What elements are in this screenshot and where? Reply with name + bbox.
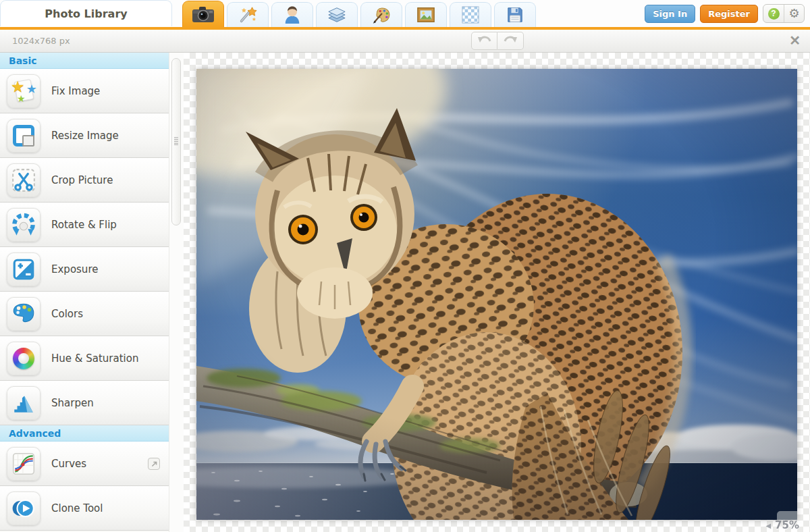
floppy-disk-icon — [506, 6, 524, 24]
redo-icon — [503, 34, 518, 47]
owl-photo-graphic — [196, 69, 797, 520]
undo-redo-group — [471, 32, 524, 50]
photo-editor-app: Photo Library Sign In Register ? ⚙ 1024x… — [0, 0, 810, 532]
camera-icon — [192, 5, 215, 23]
question-icon: ? — [768, 8, 780, 20]
scrollbar-thumb[interactable] — [171, 58, 181, 225]
external-link-badge-icon — [148, 458, 160, 470]
fix-image-icon: ★★★ — [7, 74, 40, 108]
undo-button[interactable] — [471, 32, 497, 50]
canvas-area[interactable]: ◀ 75% — [184, 53, 810, 532]
close-icon: ✕ — [789, 33, 801, 48]
sidebar-item-colors[interactable]: Colors — [0, 292, 169, 336]
section-header-advanced: Advanced — [0, 425, 169, 442]
help-settings-group: ? ⚙ — [763, 4, 805, 23]
sidebar-item-fix-image[interactable]: ★★★Fix Image — [0, 69, 169, 113]
tool-label: Crop Picture — [51, 174, 113, 186]
tool-label: Rotate & Flip — [51, 219, 117, 231]
exposure-icon — [7, 252, 40, 286]
settings-button[interactable]: ⚙ — [784, 5, 804, 22]
sidebar-scrollbar[interactable] — [169, 53, 184, 532]
section-header-basic: Basic — [0, 53, 169, 69]
sidebar-item-resize-image[interactable]: Resize Image — [0, 113, 169, 158]
crop-picture-icon — [7, 163, 40, 197]
sidebar-item-crop-picture[interactable]: Crop Picture — [0, 158, 169, 203]
tools-sidebar: Basic★★★Fix ImageResize ImageCrop Pictur… — [0, 53, 169, 532]
main-area: Basic★★★Fix ImageResize ImageCrop Pictur… — [0, 53, 810, 532]
photo-library-label: Photo Library — [45, 7, 127, 20]
tab-layers[interactable] — [316, 2, 358, 27]
tool-tabs — [182, 1, 539, 27]
resize-image-icon — [7, 119, 40, 153]
photo-library-tab[interactable]: Photo Library — [0, 0, 172, 26]
tool-label: Curves — [51, 458, 86, 470]
canvas-toolbar: 1024x768 px ✕ — [0, 30, 810, 53]
zoom-collapse-icon: ◀ — [765, 522, 771, 529]
undo-icon — [477, 34, 492, 47]
clone-tool-icon — [7, 491, 40, 525]
zoom-indicator[interactable]: ◀ 75% — [765, 519, 799, 531]
tool-label: Resize Image — [51, 130, 119, 142]
tool-label: Fix Image — [51, 85, 100, 97]
help-button[interactable]: ? — [763, 5, 784, 22]
close-button[interactable]: ✕ — [788, 32, 802, 49]
magic-wand-icon — [238, 5, 257, 24]
picture-frame-icon — [416, 5, 435, 24]
tab-wand[interactable] — [227, 2, 269, 27]
sign-in-button[interactable]: Sign In — [645, 5, 695, 23]
layers-icon — [327, 5, 346, 24]
hue-saturation-icon — [7, 342, 40, 375]
tab-camera[interactable] — [182, 1, 224, 27]
checkerboard-icon — [462, 6, 479, 24]
sidebar-item-clone-tool[interactable]: Clone Tool — [0, 486, 169, 531]
zoom-level-label: 75% — [775, 519, 799, 531]
sidebar-item-curves[interactable]: Curves — [0, 442, 169, 486]
tool-label: Exposure — [51, 263, 98, 275]
colors-icon — [7, 297, 40, 331]
tool-label: Hue & Saturation — [51, 352, 138, 365]
person-icon — [283, 5, 302, 24]
sidebar-item-rotate-flip[interactable]: Rotate & Flip — [0, 203, 169, 247]
tab-portrait[interactable] — [271, 2, 313, 27]
paint-palette-icon — [372, 6, 391, 24]
rotate-flip-icon — [7, 208, 40, 242]
owl-photo[interactable] — [196, 69, 797, 520]
sidebar-item-exposure[interactable]: Exposure — [0, 247, 169, 292]
register-button[interactable]: Register — [700, 5, 758, 23]
top-bar: Photo Library Sign In Register ? ⚙ — [0, 0, 810, 30]
curves-icon — [7, 447, 40, 481]
scrollbar-grip — [174, 137, 178, 145]
image-dimensions-label: 1024x768 px — [12, 36, 70, 46]
tab-paint[interactable] — [360, 2, 402, 27]
sidebar-item-hue-saturation[interactable]: Hue & Saturation — [0, 336, 169, 381]
tab-textures[interactable] — [450, 2, 491, 27]
tool-label: Colors — [51, 308, 83, 320]
tool-label: Sharpen — [51, 397, 94, 409]
tab-save[interactable] — [494, 2, 536, 27]
sharpen-icon — [7, 386, 40, 420]
gear-icon: ⚙ — [788, 7, 799, 20]
auth-controls: Sign In Register ? ⚙ — [645, 4, 805, 23]
redo-button[interactable] — [497, 32, 524, 50]
sidebar-item-sharpen[interactable]: Sharpen — [0, 381, 169, 425]
tab-frames[interactable] — [405, 2, 447, 27]
tool-label: Clone Tool — [51, 502, 103, 514]
